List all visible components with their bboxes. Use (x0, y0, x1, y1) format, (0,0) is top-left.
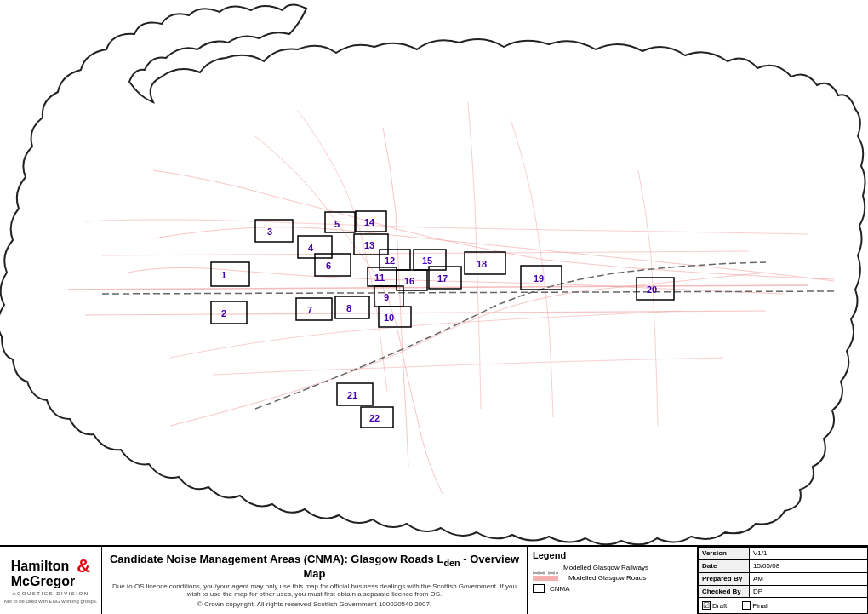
legend-title: Legend (533, 550, 692, 560)
final-checkbox-item: Final (742, 601, 767, 610)
legend-item-railway: Modelled Glasgow Railways (533, 564, 692, 571)
svg-text:20: 20 (647, 284, 657, 295)
svg-text:16: 16 (404, 276, 414, 286)
info-row-version: Version V1/1 (699, 548, 868, 560)
draft-checkbox[interactable]: ☑ (702, 601, 711, 610)
svg-text:9: 9 (384, 292, 389, 302)
logo-mcgregor: McGregor (11, 574, 76, 589)
final-label: Final (752, 602, 767, 610)
draft-checkbox-item: ☑ Draft (702, 601, 727, 610)
footer: Hamilton McGregor & ACOUSTICS DIVISION N… (0, 545, 868, 614)
svg-text:1: 1 (221, 270, 226, 280)
legend-cnma-icon (533, 584, 545, 593)
svg-text:15: 15 (422, 255, 432, 266)
info-row-checked: Checked By DP (699, 585, 868, 598)
info-table: Version V1/1 Date 15/05/08 Prepared By A… (698, 547, 868, 614)
info-value-checked: DP (750, 585, 868, 598)
svg-text:11: 11 (374, 273, 385, 283)
draft-label: Draft (712, 602, 727, 610)
final-checkbox[interactable] (742, 601, 751, 610)
title-section: Candidate Noise Management Areas (CNMA):… (102, 547, 528, 614)
svg-text:2: 2 (221, 308, 226, 318)
legend-road-icon (533, 576, 558, 581)
legend-road-label: Modelled Glasgow Roads (568, 574, 646, 582)
legend-railway-icon (533, 565, 558, 571)
info-label-version: Version (699, 548, 750, 560)
svg-text:18: 18 (477, 259, 487, 269)
info-value-date: 15/05/08 (750, 559, 868, 572)
logo-ampersand: & (77, 557, 90, 576)
info-value-prepared: AM (750, 572, 868, 585)
map-title: Candidate Noise Management Areas (CNMA):… (109, 553, 520, 581)
logo-hamilton: Hamilton (11, 559, 76, 574)
svg-text:22: 22 (369, 413, 380, 423)
svg-text:14: 14 (364, 217, 375, 227)
info-label-date: Date (699, 559, 750, 572)
copyright: © Crown copyright. All rights reserved S… (109, 600, 520, 608)
svg-text:8: 8 (346, 303, 351, 313)
svg-text:3: 3 (267, 227, 272, 237)
logo-section: Hamilton McGregor & ACOUSTICS DIVISION N… (0, 547, 102, 614)
legend-railway-label: Modelled Glasgow Railways (563, 564, 648, 571)
info-row-status: ☑ Draft Final (699, 598, 868, 614)
map-area: 1 2 3 4 5 6 7 8 9 10 11 12 (0, 0, 868, 545)
info-label-prepared: Prepared By (699, 572, 750, 585)
svg-text:4: 4 (308, 243, 314, 253)
svg-text:5: 5 (334, 219, 340, 229)
logo-subtitle: ACOUSTICS DIVISION (12, 591, 89, 596)
svg-text:19: 19 (534, 273, 544, 284)
svg-text:6: 6 (326, 261, 331, 271)
svg-text:13: 13 (364, 240, 374, 250)
svg-text:21: 21 (347, 390, 357, 400)
info-value-version: V1/1 (750, 548, 868, 560)
legend-section: Legend Modelled Glasgow Railways Modelle… (528, 547, 698, 614)
legend-cnma-label: CNMA (550, 585, 570, 593)
map-subtitle: Due to OS licence conditions, you/your a… (109, 582, 520, 598)
svg-text:12: 12 (385, 255, 395, 266)
info-row-prepared: Prepared By AM (699, 572, 868, 585)
svg-text:10: 10 (384, 313, 394, 323)
svg-text:17: 17 (437, 273, 448, 284)
info-row-date: Date 15/05/08 (699, 559, 868, 572)
info-section: Version V1/1 Date 15/05/08 Prepared By A… (698, 547, 868, 614)
legend-item-cnma: CNMA (533, 584, 692, 593)
logo-not-used: Not to be used with ENG working groups. (3, 599, 97, 604)
svg-text:7: 7 (307, 305, 312, 315)
info-label-checked: Checked By (699, 585, 750, 598)
